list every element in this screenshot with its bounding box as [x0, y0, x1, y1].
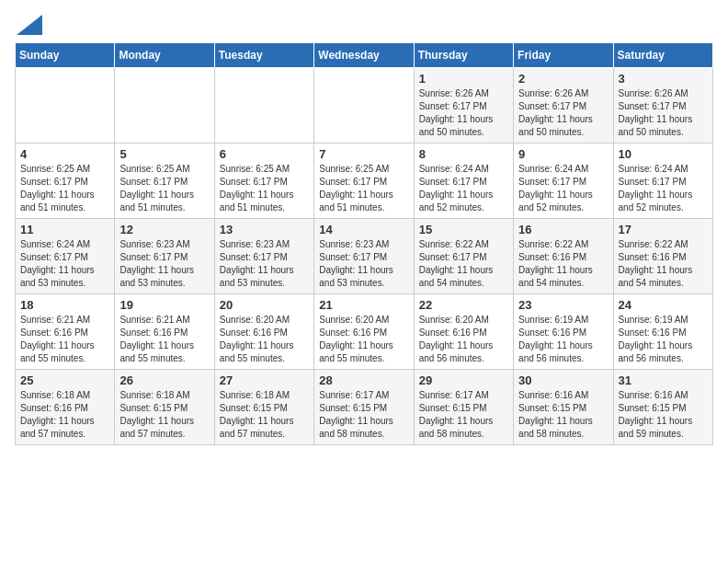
day-number: 10 [619, 147, 708, 161]
svg-marker-0 [17, 15, 42, 35]
calendar-cell [314, 68, 414, 144]
logo-icon [17, 15, 42, 35]
day-info: Sunrise: 6:21 AMSunset: 6:16 PMDaylight:… [119, 314, 209, 365]
day-number: 3 [619, 72, 708, 86]
day-number: 12 [119, 223, 209, 236]
day-info: Sunrise: 6:18 AMSunset: 6:15 PMDaylight:… [220, 389, 309, 441]
day-number: 5 [119, 147, 209, 161]
calendar-cell: 12Sunrise: 6:23 AMSunset: 6:17 PMDayligh… [115, 219, 214, 294]
week-row-1: 1Sunrise: 6:26 AMSunset: 6:17 PMDaylight… [16, 68, 713, 144]
calendar-cell [16, 68, 115, 144]
day-info: Sunrise: 6:20 AMSunset: 6:16 PMDaylight:… [220, 314, 309, 365]
day-number: 19 [119, 298, 209, 312]
day-number: 8 [419, 147, 508, 161]
day-info: Sunrise: 6:26 AMSunset: 6:17 PMDaylight:… [619, 87, 708, 139]
week-row-2: 4Sunrise: 6:25 AMSunset: 6:17 PMDaylight… [16, 144, 713, 219]
day-number: 24 [619, 298, 708, 312]
day-info: Sunrise: 6:20 AMSunset: 6:16 PMDaylight:… [419, 314, 508, 365]
day-number: 13 [220, 223, 309, 236]
day-header-tuesday: Tuesday [214, 43, 313, 68]
day-info: Sunrise: 6:20 AMSunset: 6:16 PMDaylight:… [319, 314, 408, 365]
day-info: Sunrise: 6:16 AMSunset: 6:15 PMDaylight:… [518, 389, 608, 441]
calendar-cell: 26Sunrise: 6:18 AMSunset: 6:15 PMDayligh… [115, 370, 214, 445]
calendar-cell: 8Sunrise: 6:24 AMSunset: 6:17 PMDaylight… [414, 144, 513, 219]
day-info: Sunrise: 6:21 AMSunset: 6:16 PMDaylight:… [20, 314, 109, 365]
calendar-cell: 31Sunrise: 6:16 AMSunset: 6:15 PMDayligh… [613, 370, 712, 445]
day-number: 15 [419, 223, 508, 236]
calendar-cell: 11Sunrise: 6:24 AMSunset: 6:17 PMDayligh… [16, 219, 115, 294]
day-info: Sunrise: 6:25 AMSunset: 6:17 PMDaylight:… [119, 163, 209, 214]
day-number: 7 [319, 147, 408, 161]
day-info: Sunrise: 6:16 AMSunset: 6:15 PMDaylight:… [619, 389, 708, 441]
day-header-thursday: Thursday [414, 43, 513, 68]
calendar-cell: 14Sunrise: 6:23 AMSunset: 6:17 PMDayligh… [314, 219, 414, 294]
day-info: Sunrise: 6:22 AMSunset: 6:17 PMDaylight:… [419, 238, 508, 290]
calendar-cell: 5Sunrise: 6:25 AMSunset: 6:17 PMDaylight… [115, 144, 214, 219]
day-info: Sunrise: 6:26 AMSunset: 6:17 PMDaylight:… [419, 87, 508, 139]
calendar-cell: 25Sunrise: 6:18 AMSunset: 6:16 PMDayligh… [16, 370, 115, 445]
day-number: 9 [518, 147, 608, 161]
calendar-cell [115, 68, 214, 144]
calendar-cell: 3Sunrise: 6:26 AMSunset: 6:17 PMDaylight… [613, 68, 712, 144]
day-header-monday: Monday [115, 43, 214, 68]
day-header-friday: Friday [514, 43, 613, 68]
day-number: 2 [518, 72, 608, 86]
day-number: 26 [119, 373, 209, 387]
day-number: 6 [220, 147, 309, 161]
day-info: Sunrise: 6:17 AMSunset: 6:15 PMDaylight:… [419, 389, 508, 441]
calendar-cell: 9Sunrise: 6:24 AMSunset: 6:17 PMDaylight… [514, 144, 613, 219]
day-header-sunday: Sunday [16, 43, 115, 68]
calendar-cell: 4Sunrise: 6:25 AMSunset: 6:17 PMDaylight… [16, 144, 115, 219]
calendar-cell: 21Sunrise: 6:20 AMSunset: 6:16 PMDayligh… [314, 294, 414, 370]
page-header [15, 15, 713, 33]
calendar-cell: 24Sunrise: 6:19 AMSunset: 6:16 PMDayligh… [613, 294, 712, 370]
calendar-cell: 6Sunrise: 6:25 AMSunset: 6:17 PMDaylight… [214, 144, 313, 219]
day-number: 29 [419, 373, 508, 387]
day-info: Sunrise: 6:25 AMSunset: 6:17 PMDaylight:… [220, 163, 309, 214]
day-info: Sunrise: 6:23 AMSunset: 6:17 PMDaylight:… [220, 238, 309, 290]
day-number: 21 [319, 298, 408, 312]
calendar-cell: 16Sunrise: 6:22 AMSunset: 6:16 PMDayligh… [514, 219, 613, 294]
day-number: 31 [619, 373, 708, 387]
day-number: 18 [20, 298, 109, 312]
day-number: 17 [619, 223, 708, 236]
day-number: 28 [319, 373, 408, 387]
week-row-5: 25Sunrise: 6:18 AMSunset: 6:16 PMDayligh… [16, 370, 713, 445]
day-number: 20 [220, 298, 309, 312]
calendar-table: SundayMondayTuesdayWednesdayThursdayFrid… [15, 42, 713, 445]
calendar-cell: 7Sunrise: 6:25 AMSunset: 6:17 PMDaylight… [314, 144, 414, 219]
calendar-cell: 29Sunrise: 6:17 AMSunset: 6:15 PMDayligh… [414, 370, 513, 445]
day-number: 16 [518, 223, 608, 236]
day-number: 25 [20, 373, 109, 387]
calendar-cell: 17Sunrise: 6:22 AMSunset: 6:16 PMDayligh… [613, 219, 712, 294]
day-info: Sunrise: 6:24 AMSunset: 6:17 PMDaylight:… [518, 163, 608, 214]
day-info: Sunrise: 6:25 AMSunset: 6:17 PMDaylight:… [20, 163, 109, 214]
calendar-body: 1Sunrise: 6:26 AMSunset: 6:17 PMDaylight… [16, 68, 713, 445]
calendar-cell: 2Sunrise: 6:26 AMSunset: 6:17 PMDaylight… [514, 68, 613, 144]
logo [15, 15, 42, 33]
calendar-cell: 27Sunrise: 6:18 AMSunset: 6:15 PMDayligh… [214, 370, 313, 445]
day-info: Sunrise: 6:24 AMSunset: 6:17 PMDaylight:… [419, 163, 508, 214]
day-number: 4 [20, 147, 109, 161]
day-info: Sunrise: 6:17 AMSunset: 6:15 PMDaylight:… [319, 389, 408, 441]
day-number: 23 [518, 298, 608, 312]
calendar-header: SundayMondayTuesdayWednesdayThursdayFrid… [16, 43, 713, 68]
day-header-row: SundayMondayTuesdayWednesdayThursdayFrid… [16, 43, 713, 68]
calendar-cell: 22Sunrise: 6:20 AMSunset: 6:16 PMDayligh… [414, 294, 513, 370]
day-info: Sunrise: 6:24 AMSunset: 6:17 PMDaylight:… [619, 163, 708, 214]
day-info: Sunrise: 6:23 AMSunset: 6:17 PMDaylight:… [119, 238, 209, 290]
day-header-wednesday: Wednesday [314, 43, 414, 68]
day-number: 14 [319, 223, 408, 236]
calendar-cell: 30Sunrise: 6:16 AMSunset: 6:15 PMDayligh… [514, 370, 613, 445]
week-row-3: 11Sunrise: 6:24 AMSunset: 6:17 PMDayligh… [16, 219, 713, 294]
day-info: Sunrise: 6:18 AMSunset: 6:16 PMDaylight:… [20, 389, 109, 441]
day-info: Sunrise: 6:23 AMSunset: 6:17 PMDaylight:… [319, 238, 408, 290]
day-header-saturday: Saturday [613, 43, 712, 68]
calendar-cell: 10Sunrise: 6:24 AMSunset: 6:17 PMDayligh… [613, 144, 712, 219]
calendar-cell: 1Sunrise: 6:26 AMSunset: 6:17 PMDaylight… [414, 68, 513, 144]
calendar-cell [214, 68, 313, 144]
day-number: 1 [419, 72, 508, 86]
day-number: 30 [518, 373, 608, 387]
day-number: 11 [20, 223, 109, 236]
calendar-cell: 23Sunrise: 6:19 AMSunset: 6:16 PMDayligh… [514, 294, 613, 370]
